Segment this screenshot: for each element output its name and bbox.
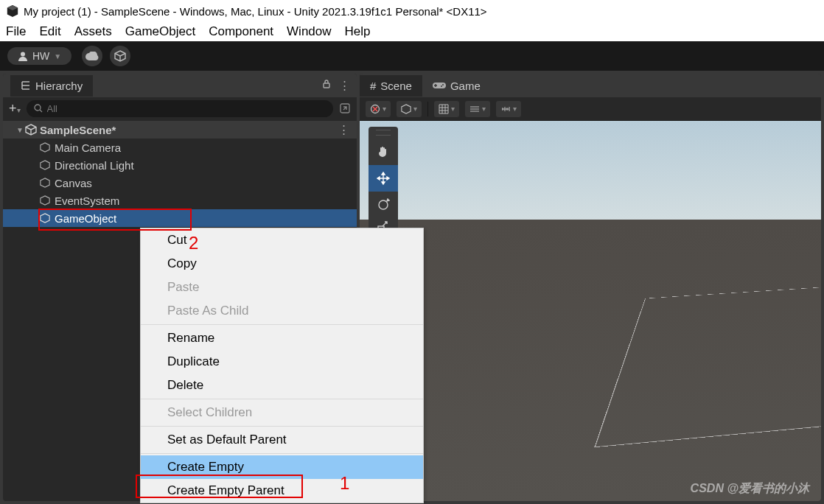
search-link-icon[interactable]	[339, 102, 351, 114]
ctx-paste: Paste	[141, 276, 423, 299]
svg-point-14	[442, 84, 444, 85]
create-dropdown[interactable]: +▾	[9, 101, 21, 116]
menu-help[interactable]: Help	[345, 24, 371, 39]
ctx-duplicate[interactable]: Duplicate	[141, 350, 423, 374]
svg-rect-4	[324, 83, 329, 88]
game-tab-icon	[433, 81, 446, 90]
menu-assets[interactable]: Assets	[74, 24, 112, 39]
ctx-select-children: Select Children	[141, 401, 423, 424]
svg-point-15	[441, 85, 442, 87]
unity-logo-icon	[6, 4, 19, 18]
move-tool[interactable]	[369, 165, 398, 192]
ctx-copy[interactable]: Copy	[141, 252, 423, 276]
scene-tabbar: # Scene Game	[360, 74, 821, 97]
hierarchy-item-eventsystem[interactable]: EventSystem	[3, 192, 357, 209]
lock-icon[interactable]	[321, 79, 332, 92]
svg-marker-11	[41, 196, 49, 205]
item-label: Canvas	[55, 177, 92, 189]
gameobject-icon	[40, 195, 55, 206]
gameobject-icon	[40, 160, 55, 170]
ctx-delete[interactable]: Delete	[141, 374, 423, 397]
hierarchy-search[interactable]	[27, 100, 333, 117]
game-tab-label: Game	[450, 80, 481, 92]
scene-toolbar: ▾ ▾ ▾ ▾ ▾	[360, 97, 821, 121]
menu-edit[interactable]: Edit	[39, 24, 60, 39]
svg-point-5	[35, 105, 41, 111]
menu-file[interactable]: File	[6, 24, 26, 39]
menubar: File Edit Assets GameObject Component Wi…	[0, 22, 824, 41]
svg-marker-17	[402, 104, 411, 113]
hierarchy-title: Hierarchy	[35, 80, 83, 92]
tool-palette	[369, 127, 398, 236]
hierarchy-item-main-camera[interactable]: Main Camera	[3, 139, 357, 156]
rotate-tool[interactable]	[369, 192, 398, 218]
scene-tab[interactable]: # Scene	[360, 75, 422, 97]
ctx-create-empty[interactable]: Create Empty	[141, 455, 423, 479]
scene-viewport[interactable]	[360, 121, 821, 501]
scene-row[interactable]: ▼ SampleScene* ⋮	[3, 121, 357, 139]
hierarchy-item-directional-light[interactable]: Directional Light	[3, 156, 357, 174]
scene-tab-icon: #	[370, 80, 376, 92]
ctx-cut[interactable]: Cut	[141, 228, 423, 252]
canvas-wireframe	[594, 275, 821, 447]
svg-point-2	[21, 52, 25, 57]
account-dropdown[interactable]: HW ▼	[7, 47, 71, 65]
toolbar-grid[interactable]: ▾	[434, 101, 459, 117]
menu-window[interactable]: Window	[287, 24, 331, 39]
ctx-separator	[141, 426, 423, 427]
hierarchy-tab[interactable]: Hierarchy	[10, 75, 93, 97]
menu-gameobject[interactable]: GameObject	[125, 24, 195, 39]
search-icon	[34, 104, 43, 113]
ctx-rename[interactable]: Rename	[141, 326, 423, 350]
cloud-button[interactable]	[82, 46, 102, 66]
ctx-separator	[141, 399, 423, 399]
svg-marker-9	[41, 161, 49, 169]
item-label: EventSystem	[55, 195, 119, 207]
app-toolbar: HW ▼	[0, 41, 824, 71]
item-label: Directional Light	[55, 159, 134, 172]
window-title: My project (1) - SampleScene - Windows, …	[24, 5, 487, 18]
gameobject-icon	[40, 142, 55, 153]
hierarchy-toolbar: +▾	[3, 97, 357, 119]
game-tab[interactable]: Game	[422, 75, 491, 97]
hierarchy-search-input[interactable]	[47, 103, 326, 114]
hierarchy-item-canvas[interactable]: Canvas	[3, 174, 357, 192]
svg-marker-10	[41, 178, 49, 187]
hand-tool[interactable]	[369, 139, 398, 165]
menu-component[interactable]: Component	[209, 24, 273, 39]
item-label: Main Camera	[55, 141, 121, 154]
unity-scene-icon	[25, 124, 40, 136]
toolbar-draw-mode[interactable]: ▾	[366, 101, 391, 117]
chevron-down-icon: ▼	[54, 52, 61, 60]
ctx-separator	[141, 453, 423, 454]
svg-marker-12	[41, 214, 49, 223]
toolbar-increment[interactable]: ▾	[496, 101, 521, 117]
toolbar-2d[interactable]: ▾	[397, 101, 422, 117]
item-label: GameObject	[55, 212, 116, 225]
hierarchy-tabbar: Hierarchy ⋮	[3, 74, 357, 97]
scene-name: SampleScene*	[40, 124, 116, 136]
gameobject-icon	[40, 178, 55, 188]
watermark: CSDN @爱看书的小沐	[691, 481, 809, 497]
context-menu: Cut Copy Paste Paste As Child Rename Dup…	[140, 228, 424, 503]
scene-panel: # Scene Game ▾ ▾ ▾ ▾ ▾	[360, 74, 821, 501]
kebab-icon[interactable]: ⋮	[339, 79, 349, 92]
window-titlebar: My project (1) - SampleScene - Windows, …	[0, 0, 824, 22]
ctx-separator	[141, 324, 423, 325]
gameobject-icon	[40, 213, 55, 223]
user-icon	[18, 51, 28, 61]
ctx-create-empty-parent[interactable]: Create Empty Parent	[141, 479, 423, 503]
package-button[interactable]	[110, 46, 130, 66]
scene-tab-label: Scene	[380, 80, 412, 92]
chevron-down-icon[interactable]: ▼	[16, 126, 25, 134]
hierarchy-icon	[21, 80, 31, 91]
scene-kebab-icon[interactable]: ⋮	[338, 123, 349, 136]
ctx-paste-as-child: Paste As Child	[141, 299, 423, 323]
user-label: HW	[32, 50, 49, 62]
svg-marker-8	[41, 143, 49, 152]
ctx-set-default-parent[interactable]: Set as Default Parent	[141, 428, 423, 452]
toolbar-snap[interactable]: ▾	[465, 101, 490, 117]
hierarchy-item-gameobject[interactable]: GameObject	[3, 209, 357, 227]
